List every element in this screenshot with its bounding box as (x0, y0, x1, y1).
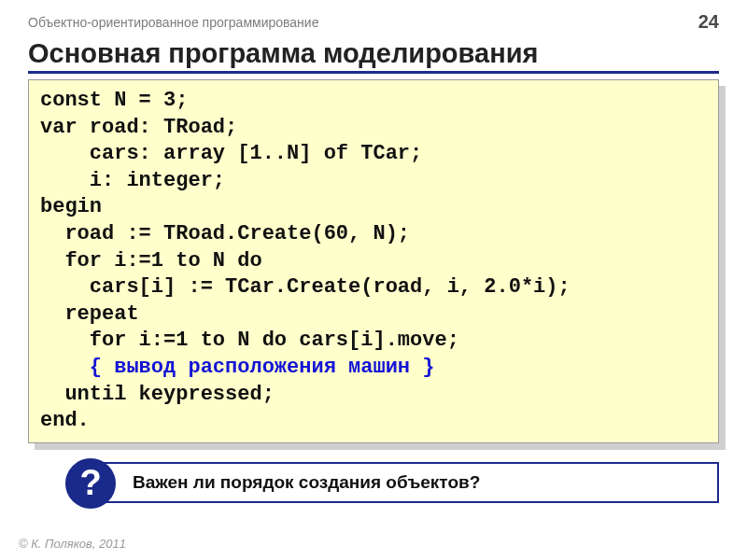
code-content: const N = 3; var road: TRoad; cars: arra… (28, 79, 719, 443)
course-title: Объектно-ориентированное программировани… (28, 15, 318, 30)
page-number: 24 (698, 11, 719, 33)
code-line: cars[i] := TCar.Create(road, i, 2.0*i); (40, 275, 571, 299)
code-line: road := TRoad.Create(60, N); (40, 222, 410, 245)
code-line: end. (40, 409, 90, 432)
code-line: i: integer; (40, 169, 225, 192)
code-line: for i:=1 to N do cars[i].move; (40, 329, 459, 352)
question-mark-icon: ? (65, 458, 116, 509)
code-line: var road: TRoad; (40, 116, 237, 139)
slide-header: Объектно-ориентированное программировани… (0, 0, 747, 36)
copyright-footer: © К. Поляков, 2011 (19, 537, 126, 551)
code-line: until keypressed; (40, 383, 275, 406)
code-line: cars: array [1..N] of TCar; (40, 142, 422, 165)
question-callout: ? Важен ли порядок создания объектов? (93, 462, 719, 503)
slide-title: Основная программа моделирования (28, 38, 719, 74)
code-comment: { вывод расположения машин } (40, 356, 434, 379)
question-text: Важен ли порядок создания объектов? (133, 472, 480, 493)
question-box: ? Важен ли порядок создания объектов? (93, 462, 719, 503)
code-line: repeat (40, 302, 139, 326)
code-line: begin (40, 195, 102, 218)
code-block: const N = 3; var road: TRoad; cars: arra… (28, 79, 719, 443)
slide: Объектно-ориентированное программировани… (0, 0, 747, 560)
code-line: for i:=1 to N do (40, 249, 262, 273)
code-line: const N = 3; (40, 89, 188, 112)
